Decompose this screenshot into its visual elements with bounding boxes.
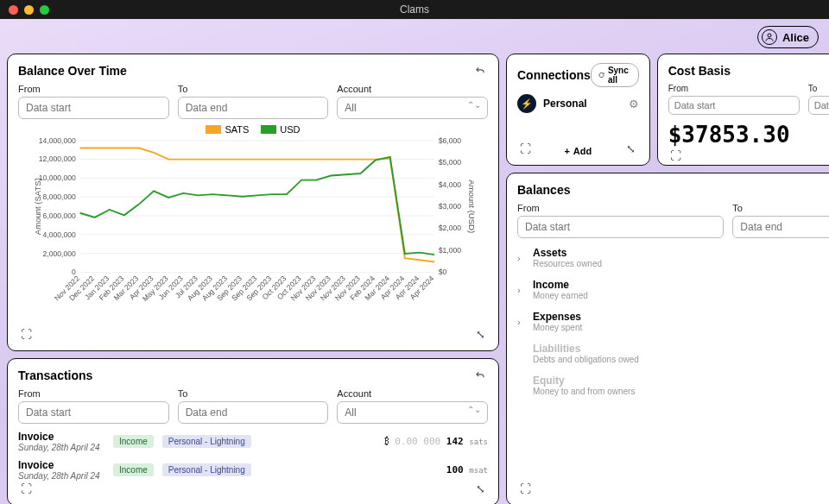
legend-sats: SATS <box>206 124 249 135</box>
balance-desc: Money spent <box>533 323 582 332</box>
chevron-right-icon: › <box>517 253 526 263</box>
svg-text:$5,000: $5,000 <box>439 158 461 167</box>
svg-text:14,000,000: 14,000,000 <box>39 136 76 145</box>
user-avatar-icon <box>762 29 777 45</box>
expand-icon[interactable]: ⛶ <box>18 481 34 496</box>
gear-icon[interactable]: ⚙ <box>629 98 639 110</box>
balance-row: Liabilities Debts and obligations owed ₿… <box>517 343 829 364</box>
svg-text:8,000,000: 8,000,000 <box>43 192 76 201</box>
undo-icon[interactable] <box>472 368 488 383</box>
balance-desc: Money earned <box>533 291 588 300</box>
tag-income: Income <box>113 463 154 476</box>
svg-text:$6,000: $6,000 <box>439 136 461 145</box>
balances-to-input[interactable] <box>732 216 829 238</box>
cost-basis-card: Cost Basis From To <box>657 54 829 166</box>
titlebar: Clams <box>0 0 829 19</box>
tag-income: Income <box>113 435 154 448</box>
balance-desc: Debts and obligations owed <box>533 355 639 364</box>
svg-point-0 <box>768 34 771 37</box>
card-title-connections: Connections <box>517 68 591 82</box>
lightning-icon: ⚡ <box>517 94 536 113</box>
user-menu[interactable]: Alice <box>757 26 819 48</box>
svg-text:10,000,000: 10,000,000 <box>39 173 76 182</box>
tx-account-label: Account <box>337 388 488 399</box>
svg-text:$0: $0 <box>439 268 447 276</box>
connection-item[interactable]: ⚡ Personal ⚙ <box>517 94 639 113</box>
to-label: To <box>178 84 329 94</box>
tx-amount: ₿ 0.00 000 142 sats <box>384 436 488 447</box>
cost-basis-value: $37853.30 <box>668 122 829 148</box>
tx-title: Invoice <box>18 431 104 443</box>
cost-from-input[interactable] <box>668 96 800 115</box>
tx-to-input[interactable] <box>178 401 329 424</box>
transaction-row[interactable]: Invoice Sunday, 28th April 24 Income Per… <box>18 459 488 481</box>
tx-from-input[interactable] <box>18 401 169 424</box>
svg-text:6,000,000: 6,000,000 <box>43 211 76 220</box>
resize-icon[interactable]: ⤡ <box>472 481 488 496</box>
card-title-balance: Balance Over Time <box>18 64 127 78</box>
svg-text:$4,000: $4,000 <box>439 180 461 189</box>
svg-text:$3,000: $3,000 <box>439 202 461 211</box>
balance-chart: SATS USD 02,000,0004,000,0006,000,0008,0… <box>18 124 488 323</box>
card-title-costbasis: Cost Basis <box>668 64 731 78</box>
tx-date: Sunday, 28th April 24 <box>18 471 104 481</box>
transactions-card: Transactions From To Account <box>7 358 499 504</box>
expand-icon[interactable]: ⛶ <box>18 326 34 342</box>
account-label: Account <box>337 84 488 94</box>
chevron-right-icon: › <box>517 317 526 327</box>
svg-text:4,000,000: 4,000,000 <box>43 230 76 239</box>
undo-icon[interactable] <box>472 63 488 79</box>
svg-text:$1,000: $1,000 <box>439 246 461 255</box>
tag-connection: Personal - Lightning <box>162 463 251 476</box>
cost-to-input[interactable] <box>808 96 829 115</box>
balance-desc: Money to and from owners <box>533 387 635 396</box>
window-fullscreen-icon[interactable] <box>40 5 49 15</box>
card-title-balances: Balances <box>517 183 570 197</box>
balance-name: Liabilities <box>533 343 639 355</box>
balance-account-select[interactable] <box>337 97 488 119</box>
chevron-right-icon: › <box>517 285 526 295</box>
app-body: Alice Balance Over Time From <box>0 19 829 504</box>
balances-from-input[interactable] <box>517 216 724 238</box>
expand-icon[interactable]: ⛶ <box>517 481 533 496</box>
tx-from-label: From <box>18 388 169 399</box>
resize-icon[interactable]: ⤡ <box>472 326 488 342</box>
balance-name: Expenses <box>533 311 582 323</box>
user-name: Alice <box>782 31 809 44</box>
balance-name: Income <box>533 279 588 291</box>
svg-text:2,000,000: 2,000,000 <box>43 249 76 258</box>
tx-amount: 100 msat <box>446 464 488 476</box>
transaction-row[interactable]: Invoice Sunday, 28th April 24 Income Per… <box>18 431 488 452</box>
balance-row[interactable]: › Expenses Money spent ₿ 0.00 0 28 097sa… <box>517 311 829 332</box>
balance-row[interactable]: › Assets Resources owned ₿ 0.00 948 089s… <box>517 247 829 268</box>
card-title-transactions: Transactions <box>18 369 92 382</box>
expand-icon[interactable]: ⛶ <box>668 148 684 163</box>
from-label: From <box>18 84 169 94</box>
balance-over-time-card: Balance Over Time From To Acco <box>7 54 499 351</box>
window-minimize-icon[interactable] <box>24 5 34 15</box>
svg-text:$2,000: $2,000 <box>439 224 461 232</box>
resize-icon[interactable]: ⤡ <box>623 141 639 156</box>
connections-card: Connections Sync all ⚡ Personal ⚙ ⛶ + Ad… <box>506 54 650 166</box>
window-close-icon[interactable] <box>9 5 18 15</box>
balance-name: Equity <box>533 375 635 387</box>
tx-account-select[interactable] <box>337 401 488 424</box>
balance-row[interactable]: › Income Money earned ₿ 0.00 000 0 31sat… <box>517 279 829 300</box>
balances-card: Balances From To › A <box>506 173 829 504</box>
balance-row: Equity Money to and from owners ₿ 0.00 0… <box>517 375 829 396</box>
balance-from-input[interactable] <box>18 97 169 119</box>
add-connection-button[interactable]: + Add <box>564 146 592 156</box>
svg-text:Amount (USD): Amount (USD) <box>467 180 477 233</box>
sync-all-button[interactable]: Sync all <box>591 63 639 87</box>
tx-date: Sunday, 28th April 24 <box>18 443 104 452</box>
legend-usd: USD <box>261 124 300 135</box>
svg-text:Amount (SATS): Amount (SATS) <box>33 178 42 235</box>
tx-to-label: To <box>178 388 329 399</box>
svg-text:12,000,000: 12,000,000 <box>39 154 76 163</box>
header: Alice <box>7 26 822 48</box>
balance-to-input[interactable] <box>178 97 329 119</box>
expand-icon[interactable]: ⛶ <box>517 141 533 156</box>
tag-connection: Personal - Lightning <box>162 435 251 448</box>
balance-desc: Resources owned <box>533 259 602 268</box>
window-title: Clams <box>0 3 829 16</box>
